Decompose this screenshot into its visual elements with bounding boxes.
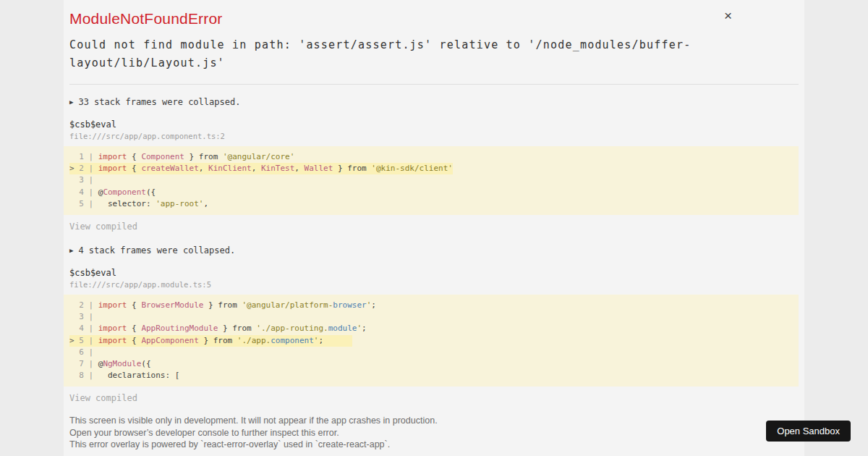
collapsed-triangle-icon: ▶ bbox=[69, 247, 73, 254]
code-line: 7 | @NgModule({ bbox=[69, 358, 799, 370]
code-line: 8 | declarations: [ bbox=[69, 370, 799, 381]
footer-notes: This screen is visible only in developme… bbox=[69, 415, 692, 451]
frame-function: $csb$eval bbox=[69, 268, 799, 278]
code-line: 3 | bbox=[69, 311, 799, 323]
open-sandbox-button[interactable]: Open Sandbox bbox=[766, 421, 851, 442]
code-line: 2 | import { BrowserModule } from '@angu… bbox=[69, 300, 799, 311]
code-line: 6 | bbox=[69, 347, 799, 358]
close-button[interactable]: × bbox=[724, 9, 732, 22]
footer-note-overlay: This error overlay is powered by `react-… bbox=[69, 439, 692, 451]
code-block: 1 | import { Component } from '@angular/… bbox=[64, 146, 799, 215]
collapsed-frames-toggle[interactable]: ▶4 stack frames were collapsed. bbox=[69, 245, 799, 256]
view-compiled-link[interactable]: View compiled bbox=[69, 393, 799, 403]
header-divider bbox=[69, 84, 799, 85]
frame-function: $csb$eval bbox=[69, 119, 799, 130]
error-overlay: × ModuleNotFoundError Could not find mod… bbox=[64, 0, 804, 456]
stack-frame: $csb$eval file:///src/app/app.component.… bbox=[69, 119, 799, 140]
code-line: 4 | @Component({ bbox=[69, 187, 799, 198]
stack-section-2: ▶4 stack frames were collapsed. $csb$eva… bbox=[69, 245, 799, 403]
stack-section-1: ▶33 stack frames were collapsed. $csb$ev… bbox=[69, 97, 799, 232]
collapsed-triangle-icon: ▶ bbox=[69, 98, 73, 106]
close-icon: × bbox=[724, 8, 732, 23]
error-message: Could not find module in path: 'assert/a… bbox=[69, 36, 799, 72]
collapsed-frames-label: 4 stack frames were collapsed. bbox=[78, 245, 235, 256]
error-title: ModuleNotFoundError bbox=[69, 10, 799, 28]
view-compiled-link[interactable]: View compiled bbox=[69, 221, 799, 232]
footer-note-dev: This screen is visible only in developme… bbox=[69, 415, 692, 427]
page: { "overlay": { "title": "ModuleNotFoundE… bbox=[0, 0, 868, 456]
code-line: > 2 | import { createWallet, KinClient, … bbox=[69, 163, 453, 174]
collapsed-frames-toggle[interactable]: ▶33 stack frames were collapsed. bbox=[69, 97, 799, 107]
stack-frame: $csb$eval file:///src/app/app.module.ts:… bbox=[69, 268, 799, 289]
code-line: > 5 | import { AppComponent } from './ap… bbox=[69, 335, 352, 347]
frame-file-link[interactable]: file:///src/app/app.component.ts:2 bbox=[69, 132, 799, 140]
collapsed-frames-label: 33 stack frames were collapsed. bbox=[78, 97, 240, 107]
code-block: 2 | import { BrowserModule } from '@angu… bbox=[64, 295, 799, 387]
code-line: 3 | bbox=[69, 174, 799, 186]
footer-note-console: Open your browser’s developer console to… bbox=[69, 427, 692, 439]
frame-file-link[interactable]: file:///src/app/app.module.ts:5 bbox=[69, 280, 799, 289]
code-line: 1 | import { Component } from '@angular/… bbox=[69, 151, 799, 163]
code-line: 4 | import { AppRoutingModule } from './… bbox=[69, 323, 799, 334]
code-line: 5 | selector: 'app-root', bbox=[69, 198, 799, 210]
